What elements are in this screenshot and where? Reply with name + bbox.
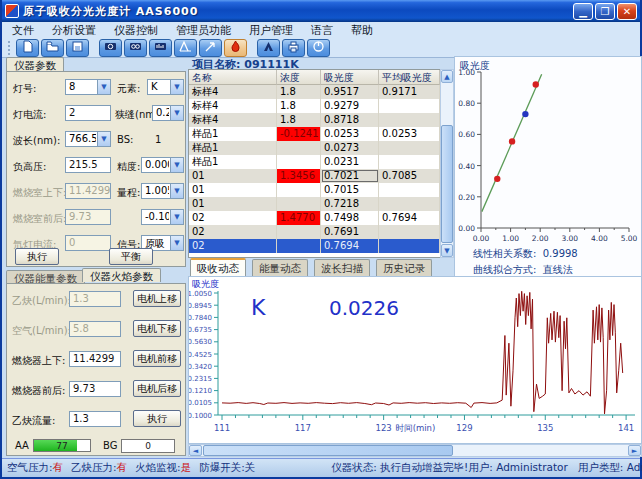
burner-updown-input[interactable]: 11.4299 xyxy=(69,351,121,367)
chevron-down-icon[interactable]: ▼ xyxy=(170,210,183,224)
tab-flame-params[interactable]: 仪器火焰参数 xyxy=(82,268,161,282)
lamp-current-input[interactable]: 2 xyxy=(65,105,111,121)
menu-item-user-management[interactable]: 用户管理 xyxy=(249,23,293,38)
cell-name[interactable]: 标样4 xyxy=(189,85,277,99)
print-button[interactable] xyxy=(282,39,305,57)
cell-abs[interactable]: 0.7498 xyxy=(321,211,379,225)
wavelength-select[interactable]: 766.5▼ xyxy=(65,131,111,147)
cell-abs[interactable]: 0.7694 xyxy=(321,239,379,253)
cell-name[interactable]: 样品1 xyxy=(189,141,277,155)
cell-conc[interactable]: 1.8 xyxy=(277,85,321,99)
cell-abs[interactable]: 0.0273 xyxy=(321,141,379,155)
tab-wavelength-scan[interactable]: 波长扫描 xyxy=(314,259,370,276)
scroll-left-icon[interactable]: ◄ xyxy=(189,445,202,456)
cell-avg[interactable]: 0.7085 xyxy=(379,169,440,183)
motor-back-button[interactable]: 电机后移 xyxy=(133,380,181,397)
balance-button[interactable]: 平衡 xyxy=(109,248,153,265)
cell-avg[interactable] xyxy=(379,239,440,253)
cell-avg[interactable] xyxy=(379,225,440,239)
save-button[interactable] xyxy=(66,39,89,57)
cell-conc[interactable]: 1.3456 xyxy=(277,169,321,183)
table-row[interactable]: 标样41.80.9279 xyxy=(189,99,440,113)
cell-abs[interactable]: 0.7691 xyxy=(321,225,379,239)
close-button[interactable]: ✕ xyxy=(617,3,637,20)
cell-avg[interactable] xyxy=(379,99,440,113)
element-select[interactable]: K▼ xyxy=(147,79,184,95)
chevron-down-icon[interactable]: ▼ xyxy=(170,80,183,94)
chevron-down-icon[interactable]: ▼ xyxy=(97,80,110,94)
cell-conc[interactable] xyxy=(277,183,321,197)
cell-avg[interactable] xyxy=(379,141,440,155)
cell-abs[interactable]: 0.8718 xyxy=(321,113,379,127)
menu-item-file[interactable]: 文件 xyxy=(12,23,34,38)
cell-avg[interactable]: 0.0253 xyxy=(379,127,440,141)
tab-instrument-params[interactable]: 仪器参数 xyxy=(6,57,64,71)
motor-forward-button[interactable]: 电机前移 xyxy=(133,350,181,367)
table-row[interactable]: 010.7015 xyxy=(189,183,440,197)
cell-name[interactable]: 标样4 xyxy=(189,113,277,127)
cell-avg[interactable]: 0.7694 xyxy=(379,211,440,225)
cell-conc[interactable]: 1.4770 xyxy=(277,211,321,225)
cell-name[interactable]: 01 xyxy=(189,183,277,197)
cell-abs[interactable]: 0.9517 xyxy=(321,85,379,99)
cell-abs[interactable]: 0.7015 xyxy=(321,183,379,197)
cell-conc[interactable] xyxy=(277,141,321,155)
flame-button[interactable] xyxy=(224,39,247,57)
precision-select[interactable]: 0.0000▼ xyxy=(141,157,184,173)
cell-name[interactable]: 02 xyxy=(189,239,277,253)
execute-button[interactable]: 执行 xyxy=(15,248,59,265)
cell-name[interactable]: 样品1 xyxy=(189,155,277,169)
cell-abs[interactable]: 0.0231 xyxy=(321,155,379,169)
column-header[interactable]: 平均吸光度 xyxy=(379,70,440,85)
tab-energy-params[interactable]: 仪器能量参数 xyxy=(6,270,85,283)
cell-avg[interactable] xyxy=(379,183,440,197)
cell-avg[interactable] xyxy=(379,197,440,211)
cell-name[interactable]: 02 xyxy=(189,225,277,239)
cell-name[interactable]: 01 xyxy=(189,169,277,183)
menu-item-analysis-settings[interactable]: 分析设置 xyxy=(52,23,96,38)
table-row[interactable]: 样品10.0231 xyxy=(189,155,440,169)
new-file-button[interactable] xyxy=(16,39,39,57)
tab-energy-dynamic[interactable]: 能量动态 xyxy=(252,259,308,276)
table-row[interactable]: 010.7218 xyxy=(189,197,440,211)
cell-abs[interactable]: 0.0253 xyxy=(321,127,379,141)
table-vertical-scrollbar[interactable]: ▲ ▼ xyxy=(440,69,454,258)
c2h2-flow-input[interactable]: 1.3 xyxy=(69,411,121,427)
cell-name[interactable]: 标样4 xyxy=(189,99,277,113)
autosampler-button[interactable] xyxy=(257,39,280,57)
maximize-button[interactable]: ❐ xyxy=(595,3,615,20)
range-select[interactable]: 1.0050▼ xyxy=(141,183,184,199)
menu-item-instrument-control[interactable]: 仪器控制 xyxy=(114,23,158,38)
cell-name[interactable]: 01 xyxy=(189,197,277,211)
power-button[interactable] xyxy=(307,39,330,57)
chart-horizontal-scrollbar[interactable]: ◄ ► xyxy=(188,444,642,457)
cell-conc[interactable]: -0.1241 xyxy=(277,127,321,141)
cell-conc[interactable] xyxy=(277,239,321,253)
chevron-down-icon[interactable]: ▼ xyxy=(170,158,183,172)
menu-item-admin-functions[interactable]: 管理员功能 xyxy=(176,23,231,38)
table-row[interactable]: 021.47700.74980.7694 xyxy=(189,211,440,225)
minimize-button[interactable]: ▁ xyxy=(573,3,593,20)
motor-up-button[interactable]: 电机上移 xyxy=(133,290,181,307)
burner-frontback-input[interactable]: 9.73 xyxy=(69,381,121,397)
table-row[interactable]: 样品10.0273 xyxy=(189,141,440,155)
cell-conc[interactable]: 1.8 xyxy=(277,99,321,113)
cell-abs[interactable]: 0.9279 xyxy=(321,99,379,113)
hv-input[interactable]: 215.5 xyxy=(65,157,111,173)
slit-select[interactable]: 0.2▼ xyxy=(152,105,184,121)
table-row[interactable]: 标样41.80.8718 xyxy=(189,113,440,127)
table-row[interactable]: 标样41.80.95170.9171 xyxy=(189,85,440,99)
cell-conc[interactable] xyxy=(277,197,321,211)
table-row[interactable]: 011.34560.70210.7085 xyxy=(189,169,440,183)
scrollbar-thumb[interactable] xyxy=(203,445,453,456)
tab-absorb-dynamic[interactable]: 吸收动态 xyxy=(190,258,246,276)
menu-item-language[interactable]: 语言 xyxy=(311,23,333,38)
flame-execute-button[interactable]: 执行 xyxy=(133,410,181,427)
wavelength-scan-button[interactable] xyxy=(174,39,197,57)
cell-abs[interactable]: 0.7021 xyxy=(321,169,379,183)
chevron-down-icon[interactable]: ▼ xyxy=(170,236,183,250)
table-row[interactable]: 020.7694 xyxy=(189,239,440,253)
burner-position-button[interactable] xyxy=(199,39,222,57)
range-low-select[interactable]: -0.1000▼ xyxy=(141,209,184,225)
cell-name[interactable]: 02 xyxy=(189,211,277,225)
